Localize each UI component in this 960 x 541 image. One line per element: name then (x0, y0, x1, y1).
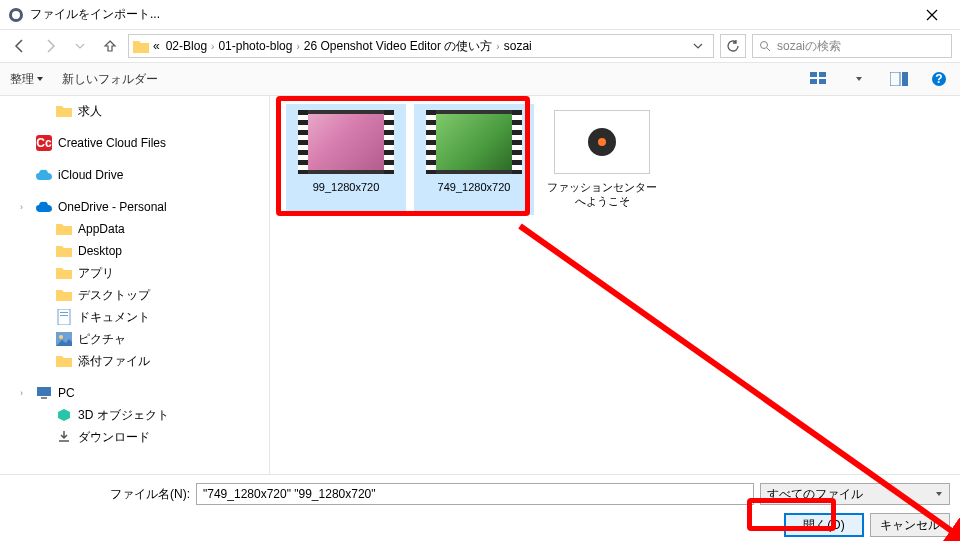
tree-item[interactable]: アプリ (0, 262, 269, 284)
folder-icon (56, 265, 72, 281)
svg-point-21 (598, 138, 606, 146)
tree-item[interactable]: iCloud Drive (0, 164, 269, 186)
tree-label: アプリ (78, 265, 114, 282)
toolbar: 整理 新しいフォルダー ? (0, 62, 960, 96)
svg-text:?: ? (935, 72, 942, 86)
tree-label: PC (58, 386, 75, 400)
svg-rect-3 (810, 72, 817, 77)
cancel-button[interactable]: キャンセル (870, 513, 950, 537)
breadcrumb-item[interactable]: 02-Blog (164, 39, 209, 53)
tree-item[interactable]: AppData (0, 218, 269, 240)
view-dropdown[interactable] (848, 68, 870, 90)
svg-rect-19 (41, 397, 47, 399)
file-label: 749_1280x720 (438, 180, 511, 194)
tree-item[interactable]: ドキュメント (0, 306, 269, 328)
search-input[interactable]: sozaiの検索 (752, 34, 952, 58)
folder-icon (56, 103, 72, 119)
up-button[interactable] (98, 34, 122, 58)
svg-rect-13 (58, 309, 70, 325)
tree-label: OneDrive - Personal (58, 200, 167, 214)
breadcrumb-item[interactable]: 01-photo-blog (216, 39, 294, 53)
filetype-filter[interactable]: すべてのファイル (760, 483, 950, 505)
history-dropdown[interactable] (68, 34, 92, 58)
tree-label: Desktop (78, 244, 122, 258)
svg-rect-5 (810, 79, 817, 84)
preview-pane-toggle[interactable] (888, 68, 910, 90)
tree-item[interactable]: 求人 (0, 100, 269, 122)
tree-item[interactable]: 添付ファイル (0, 350, 269, 372)
doc-icon (56, 309, 72, 325)
tree-label: 添付ファイル (78, 353, 150, 370)
tree-label: AppData (78, 222, 125, 236)
app-icon (8, 7, 24, 23)
folder-icon (133, 39, 149, 53)
3d-icon (56, 407, 72, 423)
folder-icon (56, 287, 72, 303)
svg-point-1 (12, 11, 20, 19)
tree-item[interactable]: デスクトップ (0, 284, 269, 306)
refresh-button[interactable] (720, 34, 746, 58)
close-button[interactable] (912, 1, 952, 29)
folder-icon (56, 221, 72, 237)
back-button[interactable] (8, 34, 32, 58)
breadcrumb-dropdown[interactable] (693, 41, 709, 51)
svg-rect-4 (819, 72, 826, 77)
main-area: 求人CcCreative Cloud FilesiCloud Drive›One… (0, 96, 960, 474)
forward-button[interactable] (38, 34, 62, 58)
open-button[interactable]: 開く(O) (784, 513, 864, 537)
tree-item[interactable]: ダウンロード (0, 426, 269, 448)
navbar: « 02-Blog › 01-photo-blog › 26 Openshot … (0, 30, 960, 62)
file-label: 99_1280x720 (313, 180, 380, 194)
chevron-right-icon: › (211, 41, 214, 52)
pc-icon (36, 385, 52, 401)
tree-item[interactable]: ›PC (0, 382, 269, 404)
search-icon (759, 40, 771, 52)
icloud-icon (36, 167, 52, 183)
filename-input[interactable] (196, 483, 754, 505)
file-list[interactable]: 99_1280x720749_1280x720ファッションセンターへようこそ (270, 96, 960, 474)
svg-point-17 (59, 335, 63, 339)
window-title: ファイルをインポート... (30, 6, 912, 23)
tree-panel[interactable]: 求人CcCreative Cloud FilesiCloud Drive›One… (0, 96, 270, 474)
chevron-right-icon: › (496, 41, 499, 52)
chevron-down-icon (935, 490, 943, 498)
svg-point-2 (761, 42, 768, 49)
bottom-panel: ファイル名(N): すべてのファイル 開く(O) キャンセル (0, 474, 960, 541)
view-mode-thumbnails[interactable] (808, 68, 830, 90)
tree-item[interactable]: CcCreative Cloud Files (0, 132, 269, 154)
tree-label: ドキュメント (78, 309, 150, 326)
search-placeholder: sozaiの検索 (777, 38, 841, 55)
tree-label: 求人 (78, 103, 102, 120)
folder-icon (56, 243, 72, 259)
tree-item[interactable]: ピクチャ (0, 328, 269, 350)
file-item[interactable]: ファッションセンターへようこそ (542, 104, 662, 215)
svg-rect-8 (902, 72, 908, 86)
file-thumbnail (554, 110, 650, 174)
newfolder-button[interactable]: 新しいフォルダー (62, 71, 158, 88)
svg-text:Cc: Cc (36, 136, 52, 150)
organize-menu[interactable]: 整理 (10, 71, 44, 88)
breadcrumb-item[interactable]: sozai (502, 39, 534, 53)
tree-label: ダウンロード (78, 429, 150, 446)
svg-rect-18 (37, 387, 51, 396)
tree-label: Creative Cloud Files (58, 136, 166, 150)
cc-icon: Cc (36, 135, 52, 151)
tree-item[interactable]: 3D オブジェクト (0, 404, 269, 426)
breadcrumb-item[interactable]: 26 Openshot Video Editor の使い方 (302, 38, 495, 55)
svg-rect-7 (890, 72, 900, 86)
tree-item[interactable]: ›OneDrive - Personal (0, 196, 269, 218)
breadcrumb-prefix[interactable]: « (151, 39, 162, 53)
onedrive-icon (36, 199, 52, 215)
video-thumbnail (298, 110, 394, 174)
tree-item[interactable]: Desktop (0, 240, 269, 262)
help-button[interactable]: ? (928, 68, 950, 90)
video-thumbnail (426, 110, 522, 174)
tree-label: ピクチャ (78, 331, 126, 348)
pic-icon (56, 331, 72, 347)
tree-label: iCloud Drive (58, 168, 123, 182)
tree-label: デスクトップ (78, 287, 150, 304)
svg-rect-6 (819, 79, 826, 84)
file-item[interactable]: 99_1280x720 (286, 104, 406, 215)
breadcrumb[interactable]: « 02-Blog › 01-photo-blog › 26 Openshot … (128, 34, 714, 58)
file-item[interactable]: 749_1280x720 (414, 104, 534, 215)
